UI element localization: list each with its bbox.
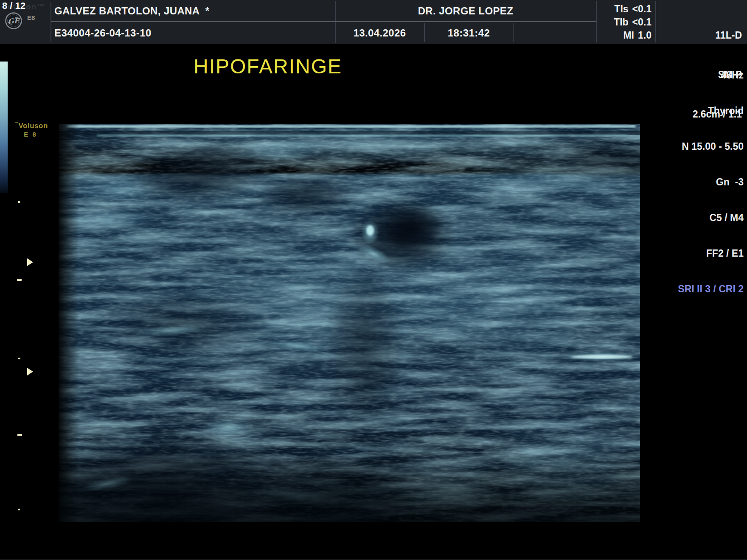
voluson-watermark: ™Voluson E 8 bbox=[14, 122, 47, 138]
exam-id: E34004-26-04-13-10 bbox=[54, 27, 152, 39]
frequency-range: N 15.00 - 5.50 bbox=[678, 140, 744, 152]
focus-marker-icon: ▶ bbox=[27, 368, 33, 375]
contrast-map: C5 / M4 bbox=[678, 212, 744, 224]
divider bbox=[513, 23, 514, 42]
page-indicator: 8 / 12 bbox=[2, 0, 25, 11]
ge-logo-icon: GE bbox=[5, 11, 22, 32]
exam-date: 13.04.2026 bbox=[335, 27, 424, 39]
header-bar: Voluson™ 8 / 12 GE E8 GALVEZ BARTOLON, J… bbox=[0, 0, 747, 44]
ti-bone-label: TIb bbox=[614, 16, 629, 29]
ti-soft-row: TIs<0.1 bbox=[596, 3, 652, 16]
probe-name: 11L-D bbox=[693, 29, 742, 42]
acquisition-settings-panel: 48Hz Thyroid N 15.00 - 5.50 Gn -3 C5 / M… bbox=[678, 45, 744, 319]
sri-cri-setting: SRI II 3 / CRI 2 bbox=[678, 283, 744, 295]
ti-soft-label: TIs bbox=[614, 3, 628, 16]
divider bbox=[51, 2, 51, 42]
physician-name: DR. JORGE LOPEZ bbox=[335, 5, 596, 17]
thermal-index-block: TIs<0.1 TIb<0.1 MI1.0 bbox=[596, 3, 652, 42]
preset-name: Thyroid bbox=[678, 105, 744, 117]
ruler-dash bbox=[17, 434, 22, 436]
ruler-dot bbox=[18, 358, 20, 359]
exam-time: 18:31:42 bbox=[425, 27, 513, 39]
watermark-model: E 8 bbox=[14, 131, 47, 138]
grayscale-bar bbox=[0, 62, 8, 193]
divider bbox=[655, 1, 656, 42]
trademark-symbol: ™ bbox=[14, 121, 19, 125]
ultrasound-screen: Voluson™ 8 / 12 GE E8 GALVEZ BARTOLON, J… bbox=[0, 0, 747, 560]
ruler-dot bbox=[18, 509, 20, 510]
ruler-dash bbox=[17, 279, 22, 281]
ti-bone-value: <0.1 bbox=[632, 16, 652, 29]
patient-name: GALVEZ BARTOLON, JUANA * bbox=[54, 5, 210, 17]
divider bbox=[51, 21, 596, 22]
frame-rate: 48Hz bbox=[678, 69, 744, 81]
frame-filter: FF2 / E1 bbox=[678, 247, 744, 259]
system-model-label: E8 bbox=[27, 14, 35, 21]
ultrasound-render bbox=[59, 124, 640, 522]
exam-annotation-label: HIPOFARINGE bbox=[194, 55, 342, 78]
ruler-dot bbox=[18, 201, 20, 203]
gain-value: Gn -3 bbox=[678, 176, 744, 188]
ti-soft-value: <0.1 bbox=[632, 3, 652, 16]
watermark-brand-text: Voluson bbox=[19, 122, 48, 130]
mi-value: 1.0 bbox=[638, 29, 652, 42]
mi-row: MI1.0 bbox=[596, 29, 652, 42]
ti-bone-row: TIb<0.1 bbox=[596, 16, 652, 29]
focus-marker-icon: ▶ bbox=[27, 258, 33, 266]
watermark-brand: ™Voluson bbox=[14, 122, 47, 130]
ultrasound-image bbox=[59, 124, 640, 522]
mi-label: MI bbox=[623, 29, 634, 42]
